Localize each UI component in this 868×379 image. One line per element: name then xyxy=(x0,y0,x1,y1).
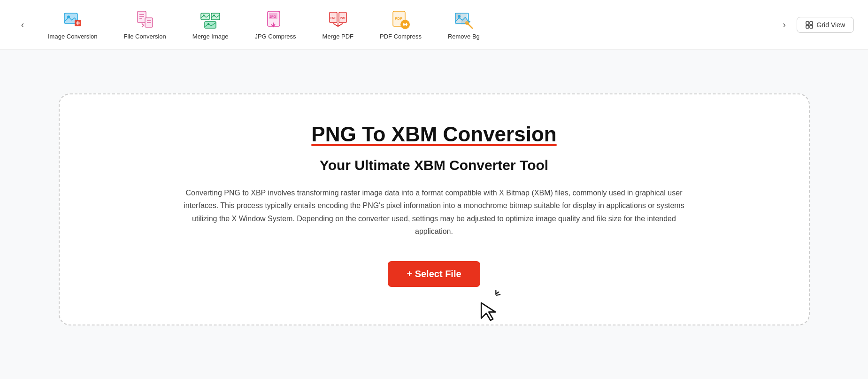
svg-text:PDF: PDF xyxy=(395,16,402,21)
nav-item-merge-image[interactable]: Merge Image xyxy=(179,6,242,44)
nav-item-file-conversion[interactable]: File Conversion xyxy=(111,6,179,44)
nav-item-merge-pdf[interactable]: PDF PDF Merge PDF xyxy=(309,6,367,44)
nav-prev-arrow[interactable]: ‹ xyxy=(14,16,31,33)
svg-rect-43 xyxy=(810,25,813,28)
nav-next-arrow[interactable]: › xyxy=(776,16,793,33)
nav-items-container: Image Conversion File Conversion xyxy=(35,6,772,44)
nav-item-pdf-compress[interactable]: PDF PDF Compress xyxy=(367,6,435,44)
cursor-icon xyxy=(471,287,508,325)
svg-point-37 xyxy=(465,21,469,25)
top-navigation: ‹ Image Conversion xyxy=(0,0,868,50)
nav-item-remove-bg[interactable]: Remove Bg xyxy=(435,6,493,44)
select-file-button[interactable]: + Select File xyxy=(388,261,480,287)
merge-image-icon xyxy=(200,9,221,30)
svg-text:JPG: JPG xyxy=(269,15,277,18)
nav-label-jpg-compress: JPG Compress xyxy=(254,33,296,40)
nav-label-merge-pdf: Merge PDF xyxy=(323,33,353,40)
svg-text:PDF: PDF xyxy=(340,16,346,19)
svg-rect-42 xyxy=(806,25,809,28)
svg-rect-41 xyxy=(810,22,813,24)
svg-rect-40 xyxy=(806,22,809,24)
pdf-compress-icon: PDF xyxy=(390,9,411,30)
main-content: PNG To XBM Conversion Your Ultimate XBM … xyxy=(0,50,868,369)
nav-label-merge-image: Merge Image xyxy=(192,33,229,40)
nav-label-pdf-compress: PDF Compress xyxy=(380,33,422,40)
svg-text:PDF: PDF xyxy=(330,16,336,19)
nav-label-image-conversion: Image Conversion xyxy=(48,33,98,40)
page-description: Converting PNG to XBP involves transform… xyxy=(176,186,692,238)
svg-line-45 xyxy=(496,292,499,294)
merge-pdf-icon: PDF PDF xyxy=(328,9,348,30)
image-conversion-icon xyxy=(62,9,83,30)
select-file-area: + Select File xyxy=(388,261,480,287)
grid-view-icon xyxy=(806,21,813,29)
svg-line-46 xyxy=(497,294,500,295)
page-subtitle: Your Ultimate XBM Converter Tool xyxy=(320,157,548,173)
nav-label-file-conversion: File Conversion xyxy=(124,33,166,40)
remove-bg-icon xyxy=(453,9,474,30)
file-conversion-icon xyxy=(135,9,155,30)
conversion-card: PNG To XBM Conversion Your Ultimate XBM … xyxy=(59,93,810,325)
nav-item-image-conversion[interactable]: Image Conversion xyxy=(35,6,111,44)
jpg-compress-icon: JPG xyxy=(265,9,285,30)
select-file-label: + Select File xyxy=(407,269,461,279)
nav-label-remove-bg: Remove Bg xyxy=(448,33,480,40)
grid-view-button[interactable]: Grid View xyxy=(797,17,854,33)
nav-item-jpg-compress[interactable]: JPG JPG Compress xyxy=(241,6,309,44)
grid-view-label: Grid View xyxy=(817,21,845,29)
page-title: PNG To XBM Conversion xyxy=(311,123,556,146)
